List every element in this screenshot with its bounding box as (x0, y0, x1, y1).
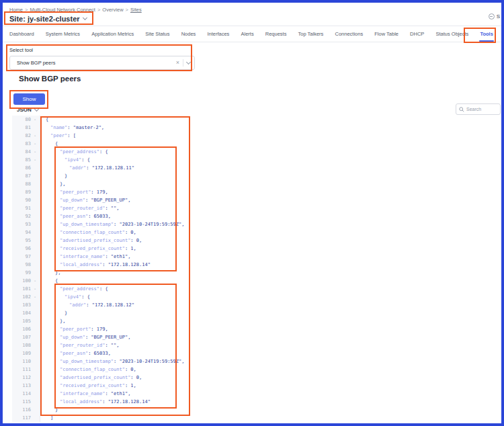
fold-spacer (31, 124, 39, 132)
code-content: "peer": [ (40, 132, 76, 140)
fold-spacer (31, 341, 39, 349)
tab-dashboard[interactable]: Dashboard (9, 26, 34, 42)
line-gutter: 94 (12, 228, 40, 237)
line-number: 113 (12, 382, 31, 390)
line-number: 98 (12, 261, 31, 269)
line-number: 89 (12, 188, 31, 196)
show-button[interactable]: Show (13, 93, 45, 105)
breadcrumb-separator: > (97, 7, 100, 13)
fold-spacer (31, 325, 39, 333)
fold-toggle-icon[interactable]: - (31, 277, 39, 285)
tab-interfaces[interactable]: Interfaces (207, 26, 229, 42)
fold-spacer (31, 382, 39, 390)
chevron-down-icon[interactable] (186, 60, 191, 65)
clear-icon[interactable]: × (176, 60, 179, 66)
line-gutter: 108 (12, 341, 40, 349)
tab-alerts[interactable]: Alerts (241, 26, 253, 42)
code-line: 97"interface_name": "eth1", (12, 253, 501, 261)
code-line: 107"up_down": "BGP_PEER_UP", (12, 333, 501, 341)
breadcrumb-separator: > (25, 7, 28, 13)
line-gutter: 89 (12, 188, 40, 196)
breadcrumb: Home>Multi-Cloud Network Connect>Overvie… (9, 7, 142, 13)
code-line: 94"connection_flap_count": 0, (12, 228, 501, 237)
code-content: "peer_router_id": "", (40, 341, 120, 349)
line-gutter: 101- (12, 285, 40, 293)
line-number: 86 (12, 164, 31, 172)
line-number: 94 (12, 228, 31, 237)
fold-spacer (31, 228, 39, 237)
tab-requests[interactable]: Requests (265, 26, 287, 42)
line-number: 95 (12, 237, 31, 245)
line-gutter: 82- (12, 132, 40, 140)
line-number: 114 (12, 390, 31, 398)
fold-spacer (31, 333, 39, 341)
fold-spacer (31, 253, 39, 261)
fold-toggle-icon[interactable]: - (31, 140, 39, 148)
code-line: 81"name": "master-2", (12, 124, 501, 132)
line-number: 117 (12, 414, 31, 422)
code-content: "local_address": "172.18.128.14" (40, 398, 151, 406)
select-separator (183, 59, 183, 67)
line-number: 85 (12, 156, 31, 164)
tab-top-talkers[interactable]: Top Talkers (298, 26, 324, 42)
code-content: "peer_router_id": "", (40, 204, 120, 212)
page-title: Show BGP peers (19, 75, 81, 83)
code-content: "peer_asn": 65033, (40, 349, 111, 357)
fold-toggle-icon[interactable]: - (31, 116, 39, 124)
tab-nodes[interactable]: Nodes (181, 26, 196, 42)
search-input[interactable] (466, 107, 497, 112)
fold-spacer (31, 357, 39, 366)
code-content: "ipv4": { (40, 293, 90, 301)
tab-connections[interactable]: Connections (335, 26, 363, 42)
fold-toggle-icon[interactable]: - (31, 293, 39, 301)
line-number: 81 (12, 124, 31, 132)
format-dropdown[interactable]: JSON (17, 107, 38, 113)
breadcrumb-item[interactable]: Home (9, 7, 23, 13)
fold-toggle-icon[interactable]: - (31, 156, 39, 164)
code-content: }, (40, 180, 65, 188)
fold-spacer (31, 366, 39, 374)
tab-status-objects[interactable]: Status Objects (435, 26, 468, 42)
tool-select-dropdown[interactable]: Show BGP peers × (9, 56, 195, 70)
tab-tools[interactable]: Tools (480, 26, 493, 42)
fold-spacer (31, 317, 39, 325)
line-gutter: 103 (12, 301, 40, 309)
code-line: 91"peer_router_id": "", (12, 204, 501, 212)
search-box (456, 103, 501, 115)
fold-spacer (31, 188, 39, 196)
tab-site-status[interactable]: Site Status (145, 26, 169, 42)
fold-spacer (31, 180, 39, 188)
code-line: 105}, (12, 317, 501, 325)
code-content: "up_down_timestamp": "2023-10-24T19:59:5… (40, 357, 184, 366)
code-line: 113"received_prefix_count": 1, (12, 382, 501, 390)
tab-flow-table[interactable]: Flow Table (374, 26, 398, 42)
line-number: 101 (12, 285, 31, 293)
fold-toggle-icon[interactable]: - (31, 132, 39, 140)
code-content: "up_down": "BGP_PEER_UP", (40, 196, 130, 204)
line-gutter: 95 (12, 237, 40, 245)
line-gutter: 81 (12, 124, 40, 132)
code-line: 116} (12, 406, 501, 414)
line-gutter: 91 (12, 204, 40, 212)
line-gutter: 87 (12, 172, 40, 180)
code-line: 110"up_down_timestamp": "2023-10-24T19:5… (12, 357, 501, 366)
breadcrumb-item: Overview (102, 7, 123, 13)
line-number: 97 (12, 253, 31, 261)
fold-spacer (31, 220, 39, 228)
tab-application-metrics[interactable]: Application Metrics (91, 26, 134, 42)
site-selector[interactable]: Site: jy-site2-cluster (9, 13, 87, 25)
help-icon[interactable] (489, 13, 495, 19)
fold-spacer (31, 269, 39, 277)
code-line: 117] (12, 414, 501, 422)
line-gutter: 100- (12, 277, 40, 285)
fold-toggle-icon[interactable]: - (31, 285, 39, 293)
line-gutter: 99 (12, 269, 40, 277)
fold-toggle-icon[interactable]: - (31, 148, 39, 156)
select-tool-label: Select tool (9, 47, 33, 53)
tab-system-metrics[interactable]: System Metrics (46, 26, 80, 42)
code-content: "connection_flap_count": 0, (40, 228, 136, 237)
code-line: 98"local_address": "172.18.128.14" (12, 261, 501, 269)
code-content: "peer_asn": 65033, (40, 212, 111, 220)
tab-dhcp[interactable]: DHCP (410, 26, 424, 42)
breadcrumb-item[interactable]: Sites (130, 7, 142, 13)
